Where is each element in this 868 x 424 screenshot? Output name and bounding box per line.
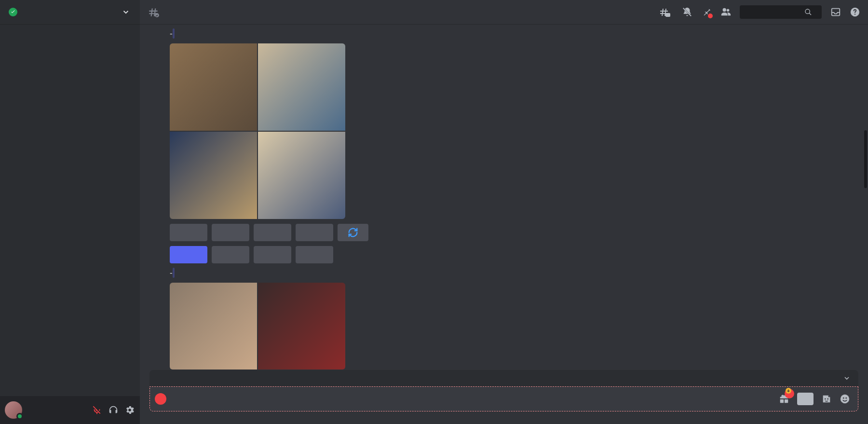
svg-point-10 <box>845 397 847 399</box>
chevron-down-icon[interactable] <box>121 7 131 17</box>
settings-gear-icon[interactable] <box>124 405 135 415</box>
notifications-muted-icon[interactable] <box>682 7 692 17</box>
threads-icon[interactable] <box>659 7 673 17</box>
chevron-down-icon <box>843 374 851 382</box>
image-quadrant <box>170 132 257 219</box>
user-panel <box>0 396 140 424</box>
upscale-button[interactable] <box>296 224 333 241</box>
mute-mic-icon[interactable] <box>92 405 102 415</box>
message-input[interactable]: + <box>149 386 858 411</box>
svg-point-2 <box>805 9 810 14</box>
emoji-icon[interactable] <box>840 394 850 404</box>
variation-button[interactable] <box>254 246 291 263</box>
channel-list <box>0 24 140 396</box>
image-quadrant <box>170 283 257 369</box>
upscale-button[interactable] <box>212 224 249 241</box>
svg-rect-1 <box>665 13 670 17</box>
search-input-wrap[interactable] <box>740 5 822 19</box>
image-quadrant <box>258 132 345 219</box>
deafen-icon[interactable] <box>108 405 119 415</box>
user-mention[interactable] <box>173 28 175 39</box>
channel-sidebar <box>0 0 140 424</box>
generated-image-grid[interactable] <box>170 43 345 219</box>
image-quadrant <box>170 43 257 131</box>
annotation-number-badge <box>155 393 166 405</box>
variation-button[interactable] <box>296 246 333 263</box>
variation-button[interactable] <box>212 246 249 263</box>
help-icon[interactable] <box>850 7 860 17</box>
svg-point-7 <box>827 398 828 400</box>
gift-icon[interactable]: + <box>779 394 789 404</box>
sticker-icon[interactable] <box>821 394 832 404</box>
hash-chat-icon <box>148 6 160 18</box>
message-prompt-line: - <box>170 29 856 39</box>
variation-button-row <box>170 246 856 263</box>
svg-point-6 <box>825 398 826 400</box>
image-quadrant <box>258 43 345 131</box>
pinned-messages-icon[interactable] <box>701 7 712 17</box>
image-quadrant <box>258 283 345 369</box>
user-mention[interactable] <box>173 268 175 278</box>
search-input[interactable] <box>744 8 801 16</box>
plus-badge-icon: + <box>786 388 791 394</box>
notification-dot-icon <box>708 14 713 18</box>
server-header[interactable] <box>0 0 140 24</box>
inbox-icon[interactable] <box>830 7 841 17</box>
search-icon <box>804 8 812 16</box>
reply-context-bar <box>149 370 858 386</box>
upscale-button[interactable] <box>254 224 291 241</box>
generated-image-grid[interactable] <box>170 283 345 369</box>
upscale-button[interactable] <box>170 224 207 241</box>
svg-point-9 <box>843 397 844 399</box>
channel-header <box>140 0 868 24</box>
svg-point-8 <box>841 395 849 403</box>
verified-icon <box>9 8 17 16</box>
svg-point-5 <box>854 14 855 14</box>
presence-online-icon <box>16 413 23 420</box>
gif-button[interactable] <box>797 393 814 405</box>
message-list: - <box>140 24 868 370</box>
message-prompt-line: - <box>170 268 856 278</box>
scrollbar[interactable] <box>863 24 868 424</box>
main-area: - <box>140 0 868 424</box>
upscale-button-row <box>170 224 856 241</box>
variation-button[interactable] <box>170 246 207 263</box>
avatar[interactable] <box>5 401 22 419</box>
jump-to-original-button[interactable] <box>840 374 851 382</box>
refresh-icon <box>348 227 358 238</box>
members-icon[interactable] <box>720 7 731 17</box>
rerun-button[interactable] <box>338 224 368 241</box>
